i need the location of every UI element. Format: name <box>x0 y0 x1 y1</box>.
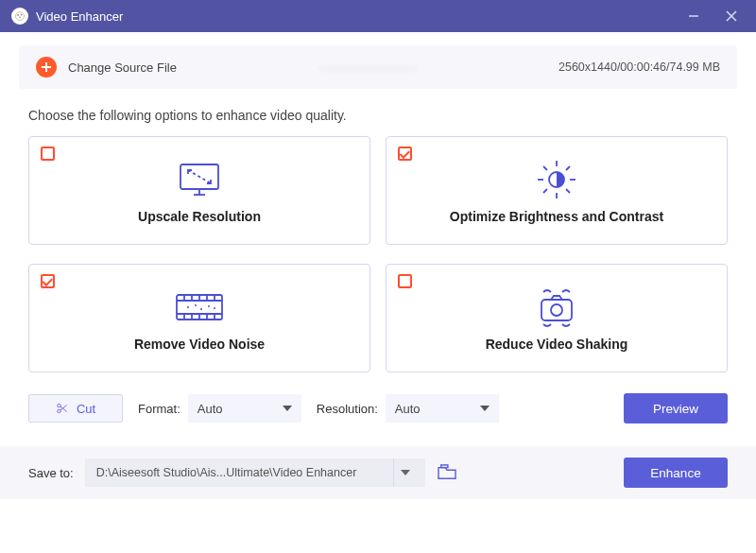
resolution-label: Resolution: <box>317 402 378 416</box>
svg-point-36 <box>195 304 197 306</box>
change-source-label[interactable]: Change Source File <box>68 60 177 75</box>
resolution-value: Auto <box>395 402 421 416</box>
checkbox-shaking[interactable] <box>398 274 412 288</box>
save-to-label: Save to: <box>28 466 74 480</box>
instruction-text: Choose the following options to enhance … <box>28 108 728 123</box>
cut-button[interactable]: Cut <box>28 394 123 423</box>
svg-line-19 <box>566 189 570 193</box>
option-label: Optimize Brightness and Contrast <box>450 209 663 224</box>
checkbox-noise[interactable] <box>41 274 55 288</box>
option-reduce-shaking[interactable]: Reduce Video Shaking <box>386 264 728 372</box>
scissors-icon <box>56 402 69 415</box>
svg-point-3 <box>19 17 21 19</box>
svg-line-12 <box>188 170 211 183</box>
svg-rect-46 <box>440 465 447 468</box>
chevron-down-icon <box>283 406 292 411</box>
options-grid: Upscale Resolution Optimize Bright <box>28 136 728 372</box>
svg-point-41 <box>551 304 562 316</box>
minimize-button[interactable] <box>675 0 713 32</box>
format-label: Format: <box>138 402 180 416</box>
svg-point-38 <box>208 305 210 307</box>
svg-line-21 <box>543 189 547 193</box>
source-bar: Change Source File ———————— 2560x1440/00… <box>19 45 737 89</box>
footer: Save to: D:\Aiseesoft Studio\Ais...Ultim… <box>0 446 756 499</box>
option-label: Reduce Video Shaking <box>486 337 628 352</box>
option-label: Upscale Resolution <box>138 209 261 224</box>
preview-button[interactable]: Preview <box>624 393 728 423</box>
format-select[interactable]: Auto <box>188 394 301 423</box>
brightness-icon <box>534 158 579 201</box>
chevron-down-icon <box>480 406 490 411</box>
change-source-button[interactable] <box>36 57 57 78</box>
film-noise-icon <box>173 285 226 329</box>
resolution-group: Resolution: Auto <box>317 394 499 423</box>
format-group: Format: Auto <box>138 394 301 423</box>
svg-line-18 <box>543 166 547 170</box>
source-filename: ———————— <box>177 60 558 75</box>
save-path-text: D:\Aiseesoft Studio\Ais...Ultimate\Video… <box>96 466 387 479</box>
option-remove-noise[interactable]: Remove Video Noise <box>28 264 370 372</box>
titlebar: Video Enhancer <box>0 0 756 32</box>
app-logo-icon <box>11 8 28 25</box>
save-path-dropdown[interactable] <box>393 458 418 487</box>
open-folder-button[interactable] <box>437 464 457 481</box>
svg-line-20 <box>566 166 570 170</box>
cut-label: Cut <box>77 402 95 416</box>
monitor-upscale-icon <box>175 158 224 201</box>
app-window: Video Enhancer Change Source File ——————… <box>0 0 756 553</box>
save-path-box[interactable]: D:\Aiseesoft Studio\Ais...Ultimate\Video… <box>85 458 425 487</box>
checkbox-upscale[interactable] <box>41 147 55 161</box>
app-title: Video Enhancer <box>36 9 123 24</box>
option-label: Remove Video Noise <box>134 337 265 352</box>
enhance-button[interactable]: Enhance <box>624 458 728 488</box>
source-meta: 2560x1440/00:00:46/74.99 MB <box>558 60 720 74</box>
controls-row: Cut Format: Auto Resolution: Auto Previe… <box>28 393 728 423</box>
svg-point-0 <box>16 12 25 21</box>
checkbox-brightness[interactable] <box>398 147 412 161</box>
chevron-down-icon <box>401 470 410 475</box>
option-upscale-resolution[interactable]: Upscale Resolution <box>28 136 370 245</box>
resolution-select[interactable]: Auto <box>386 394 499 423</box>
option-brightness-contrast[interactable]: Optimize Brightness and Contrast <box>386 136 728 245</box>
svg-point-2 <box>21 14 23 16</box>
close-button[interactable] <box>713 0 750 32</box>
svg-rect-40 <box>541 300 572 320</box>
svg-point-37 <box>200 308 202 310</box>
svg-point-35 <box>187 306 189 308</box>
svg-point-39 <box>214 307 215 309</box>
svg-point-1 <box>17 14 19 16</box>
camera-shake-icon <box>530 285 583 329</box>
format-value: Auto <box>198 402 223 416</box>
